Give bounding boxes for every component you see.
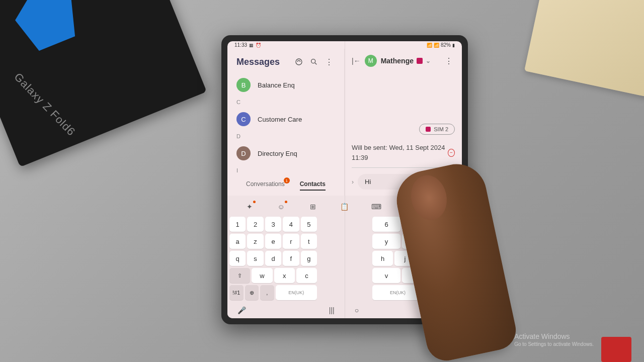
fold-crease [345,41,345,318]
key-d[interactable]: d [265,251,281,266]
status-alarm-icon: ⏰ [256,43,261,48]
messages-title: Messages [236,57,290,67]
chat-avatar[interactable]: M [365,55,377,67]
messages-panel: Messages ⋮ B Balance Enq C [227,49,345,196]
kb-emoji-icon[interactable]: ☺ [275,201,287,213]
contact-name: Directory Enq [258,150,297,157]
key-y[interactable]: y [372,234,400,249]
section-d: D [227,131,344,141]
section-i: I [227,165,344,175]
contact-balance-enq[interactable]: B Balance Enq [227,73,344,97]
key-5[interactable]: 5 [301,217,317,232]
status-battery: 82% [441,42,451,48]
key-z[interactable]: z [247,234,263,249]
key-2[interactable]: 2 [247,217,263,232]
status-battery-icon: ▮ [452,43,455,48]
sim-selector[interactable]: SIM 2 [419,124,455,135]
chevron-down-icon: ⌄ [426,57,431,64]
key-g[interactable]: g [301,251,317,266]
chat-name-text: Mathenge [381,57,414,65]
contact-customer-care[interactable]: C Customer Care [227,107,344,131]
kb-sticker-icon[interactable]: ⊞ [307,201,319,213]
watermark-title: Activate Windows [514,332,594,340]
chat-contact-name[interactable]: Mathenge ⌄ [381,57,436,65]
sim-indicator-icon [417,58,423,64]
tabs: Conversations 1 Contacts [227,175,344,196]
section-c: C [227,97,344,107]
avatar: D [236,146,251,160]
tab-conversations[interactable]: Conversations 1 [246,180,285,191]
key-comma[interactable]: , [260,285,274,300]
key-x[interactable]: x [274,268,295,283]
sim-label: SIM 2 [434,126,448,132]
key-6[interactable]: 6 [372,217,400,232]
status-wifi-icon: 📶 [427,43,432,48]
contact-directory-enq[interactable]: D Directory Enq [227,141,344,165]
key-e[interactable]: e [265,234,281,249]
svg-point-1 [311,59,315,63]
tab-label: Conversations [246,180,285,188]
box-badge [7,0,85,55]
messages-header: Messages ⋮ [227,49,344,73]
nav-recents[interactable]: ||| [329,306,335,314]
scheduled-text: Will be sent: Wed, 11 Sept 2024 11:39 [352,143,448,162]
chat-more-icon[interactable]: ⋮ [443,55,455,67]
avatar: B [236,78,251,92]
scheduled-message: Will be sent: Wed, 11 Sept 2024 11:39 − [352,143,455,168]
status-time: 11:33 [234,42,247,48]
expand-compose-icon[interactable]: › [352,178,354,186]
chat-header: |← M Mathenge ⌄ ⋮ [345,49,462,73]
key-v[interactable]: v [372,268,400,283]
key-t[interactable]: t [301,234,317,249]
key-language[interactable]: ⊕ [245,285,259,300]
tab-contacts[interactable]: Contacts [300,180,326,191]
key-c[interactable]: c [296,268,317,283]
nav-home[interactable]: ○ [355,306,359,314]
key-shift[interactable]: ⇧ [229,268,250,283]
svg-point-0 [296,59,302,65]
key-symbols[interactable]: !#1 [229,285,244,300]
key-q[interactable]: q [229,251,246,266]
key-4[interactable]: 4 [283,217,299,232]
watermark-sub: Go to Settings to activate Windows. [514,341,594,347]
unread-badge: 1 [284,177,290,184]
key-s[interactable]: s [247,251,263,266]
cancel-scheduled-icon[interactable]: − [448,149,455,157]
contact-name: Balance Enq [258,81,295,89]
status-notif-icon: ▦ [249,43,254,48]
compose-icon[interactable] [293,56,305,68]
finger-overlay [391,158,519,362]
mic-icon[interactable]: 🎤 [237,306,246,314]
kb-ai-icon[interactable]: ✦ [244,201,256,213]
contact-name: Customer Care [258,116,302,123]
key-1[interactable]: 1 [229,217,246,232]
key-f[interactable]: f [283,251,299,266]
key-w[interactable]: w [252,268,272,283]
more-icon[interactable]: ⋮ [323,56,335,68]
status-signal-icon: 📶 [434,43,439,48]
sim-icon [426,127,431,132]
keyboard-left-half: 1 2 3 4 5 a z e r t q s [229,217,317,302]
search-icon[interactable] [308,56,320,68]
nav-bar: ||| ○ [329,306,359,314]
key-3[interactable]: 3 [265,217,281,232]
key-space-left[interactable]: EN(UK) [276,285,317,300]
key-r[interactable]: r [283,234,299,249]
box-label: Galaxy Z Fold6 [12,70,78,138]
key-a[interactable]: a [229,234,246,249]
kb-voice-icon[interactable]: ⌨ [370,201,382,213]
background-wood [524,0,644,98]
back-icon[interactable]: |← [352,57,361,65]
contact-list[interactable]: B Balance Enq C C Customer Care D D Dire… [227,73,344,175]
windows-watermark: Activate Windows Go to Settings to activ… [514,332,594,347]
key-h[interactable]: h [372,251,393,266]
avatar: C [236,112,251,126]
svg-line-2 [315,63,316,64]
background-red [601,337,631,362]
background-box: Galaxy Z Fold6 [0,0,207,167]
